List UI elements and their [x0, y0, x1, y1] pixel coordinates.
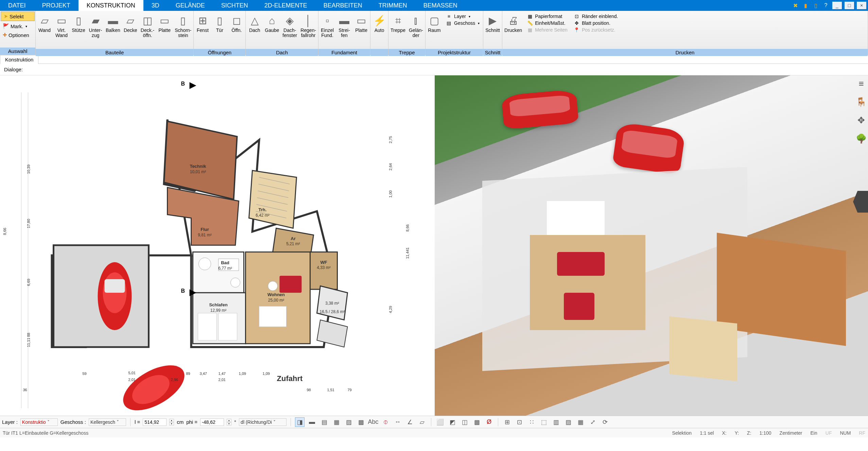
l-spinner[interactable]: ▴▾: [169, 419, 174, 426]
view-hidden-button[interactable]: Ø: [484, 417, 494, 427]
fenst-button[interactable]: ⊞Fenst: [194, 12, 211, 34]
plants-panel-button[interactable]: 🌳: [855, 132, 867, 145]
drucken-button[interactable]: 🖨Drucken: [503, 12, 523, 34]
ortho-button[interactable]: ⊡: [515, 417, 524, 427]
wand-button[interactable]: ▱Wand: [36, 12, 53, 34]
sub-tab-konstruktion[interactable]: Konstruktion: [0, 55, 38, 64]
mark-button[interactable]: 🚩Mark.▾: [0, 22, 35, 31]
snap-perpendicular-button[interactable]: ▩: [356, 417, 366, 427]
dim-toggle-button[interactable]: ▦: [576, 417, 585, 427]
tuer-button[interactable]: ▯Tür: [211, 12, 228, 34]
phi-input[interactable]: [200, 418, 224, 426]
papierformat-button[interactable]: ▦Papierformat: [527, 14, 568, 19]
decke-button[interactable]: ▱Decke: [122, 12, 139, 34]
oeffn-button[interactable]: ◻Öffn.: [228, 12, 245, 34]
area-button[interactable]: ▱: [417, 417, 427, 427]
optionen-button[interactable]: ✚Optionen: [0, 31, 35, 39]
chimney-icon: ▯: [180, 13, 186, 28]
mehrere-seiten-button[interactable]: ▦Mehrere Seiten: [527, 27, 568, 33]
stuetze-button[interactable]: ▯Stütze: [70, 12, 87, 34]
snap-intersection-button[interactable]: ▨: [344, 417, 353, 427]
move-panel-button[interactable]: ✥: [855, 114, 867, 126]
blatt-position-button[interactable]: ✥Blatt position.: [574, 20, 618, 26]
platte-button[interactable]: ▭Platte: [156, 12, 173, 34]
raum-button[interactable]: ▢Raum: [426, 12, 442, 34]
schornstein-button[interactable]: ▯Schorn- stein: [173, 12, 193, 39]
view-texture-button[interactable]: ▩: [472, 417, 482, 427]
tab-gelaende[interactable]: GELÄNDE: [168, 0, 213, 11]
2d-view[interactable]: Technik 10,01 m² Flur 9,81 m² Trh. 6,42 …: [0, 75, 435, 416]
snap-midpoint-button[interactable]: ▬: [307, 417, 317, 427]
tab-trimmen[interactable]: TRIMMEN: [370, 0, 415, 11]
help-icon[interactable]: ?: [822, 1, 830, 10]
dimension-button[interactable]: ↔: [393, 417, 402, 427]
tools-icon[interactable]: ✖: [791, 1, 799, 10]
furniture-panel-button[interactable]: 🪑: [855, 96, 867, 108]
svg-text:59: 59: [83, 372, 87, 376]
tab-bearbeiten[interactable]: BEARBEITEN: [315, 0, 370, 11]
svg-text:25,00 m²: 25,00 m²: [268, 298, 284, 303]
layer-dropdown[interactable]: ≡Layer▾: [446, 14, 480, 19]
angle-button[interactable]: ∠: [405, 417, 415, 427]
regenfallrohr-button[interactable]: │Regen- fallrohr: [299, 12, 317, 39]
folder-icon[interactable]: ▮: [801, 1, 810, 10]
balken-button[interactable]: ▬Balken: [104, 12, 122, 34]
streifen-button[interactable]: ▬Strei- fen: [336, 12, 352, 39]
osnap-button[interactable]: ∷: [527, 417, 536, 427]
tab-sichten[interactable]: SICHTEN: [213, 0, 256, 11]
treppe-button[interactable]: ⌗Treppe: [389, 12, 407, 34]
svg-text:98: 98: [307, 388, 311, 392]
tab-3d[interactable]: 3D: [143, 0, 168, 11]
maximize-button[interactable]: □: [845, 2, 854, 9]
group-label-drucken: Drucken: [502, 49, 868, 56]
view-shaded-button[interactable]: ◩: [448, 417, 457, 427]
gaube-button[interactable]: ⌂Gaube: [263, 12, 280, 34]
tab-datei[interactable]: DATEI: [0, 0, 34, 11]
phi-spinner[interactable]: ▴▾: [227, 419, 231, 426]
dachfenster-button[interactable]: ◈Dach- fenster: [281, 12, 298, 39]
book-icon[interactable]: ▯: [812, 1, 820, 10]
snap-endpoint-button[interactable]: ◨: [295, 417, 305, 427]
schnitt-button[interactable]: ▶Schnitt: [484, 12, 501, 34]
minimize-button[interactable]: _: [832, 2, 842, 9]
tab-projekt[interactable]: PROJEKT: [34, 0, 79, 11]
tab-bemassen[interactable]: BEMASSEN: [415, 0, 466, 11]
raender-einblend-button[interactable]: ⊡Ränder einblend.: [574, 14, 618, 19]
snap-center-button[interactable]: ▤: [319, 417, 329, 427]
auto-button[interactable]: ⚡Auto: [371, 12, 387, 34]
tab-2d-elemente[interactable]: 2D-ELEMENTE: [256, 0, 315, 11]
dl-select[interactable]: dl (Richtung/Di ˅: [239, 418, 287, 426]
refresh-button[interactable]: ⟳: [600, 417, 610, 427]
platte-fund-button[interactable]: ▭Platte: [353, 12, 369, 34]
geschoss-select[interactable]: Kellergesch ˅: [89, 418, 126, 426]
layer-select[interactable]: Konstruktio ˅: [20, 418, 58, 426]
zoom-extents-button[interactable]: ⤢: [588, 417, 597, 427]
text-tool-button[interactable]: Abc: [368, 417, 378, 427]
3d-view[interactable]: [435, 75, 868, 416]
hatch-toggle-button[interactable]: ▨: [563, 417, 573, 427]
svg-text:B: B: [181, 288, 185, 294]
close-button[interactable]: ×: [857, 2, 866, 9]
geschoss-dropdown[interactable]: ▤Geschoss▾: [446, 20, 480, 26]
measure-button[interactable]: ⦶: [381, 417, 390, 427]
extents-toggle-button[interactable]: ⬚: [539, 417, 549, 427]
einheit-massst-button[interactable]: 📏Einheit/Maßst.: [527, 20, 568, 26]
l-input[interactable]: [143, 418, 167, 426]
deckoeffn-button[interactable]: ◫Deck.- öffn.: [139, 12, 156, 39]
floor-plan: Technik 10,01 m² Flur 9,81 m² Trh. 6,42 …: [0, 75, 433, 416]
walls-toggle-button[interactable]: ▥: [551, 417, 561, 427]
virt-wand-button[interactable]: ▭Virt. Wand: [53, 12, 70, 39]
dach-button[interactable]: △Dach: [246, 12, 263, 34]
gelaender-button[interactable]: ⫿Gelän- der: [407, 12, 424, 39]
selekt-button[interactable]: ➤Selekt: [1, 12, 35, 21]
view-wireframe-button[interactable]: ◫: [460, 417, 469, 427]
layers-panel-button[interactable]: ≡: [855, 77, 867, 90]
printer-icon: 🖨: [508, 13, 518, 28]
snap-grid-button[interactable]: ▦: [332, 417, 341, 427]
pos-zuruecksetz-button[interactable]: 📍Pos zurücksetz.: [574, 27, 618, 33]
view-top-button[interactable]: ⬜: [435, 417, 445, 427]
einzelfund-button[interactable]: ▫Einzel Fund.: [319, 12, 335, 39]
tab-konstruktion[interactable]: KONSTRUKTION: [79, 0, 143, 11]
unterzug-button[interactable]: ▰Unter- zug: [87, 12, 104, 39]
grid-toggle-button[interactable]: ⊞: [502, 417, 512, 427]
